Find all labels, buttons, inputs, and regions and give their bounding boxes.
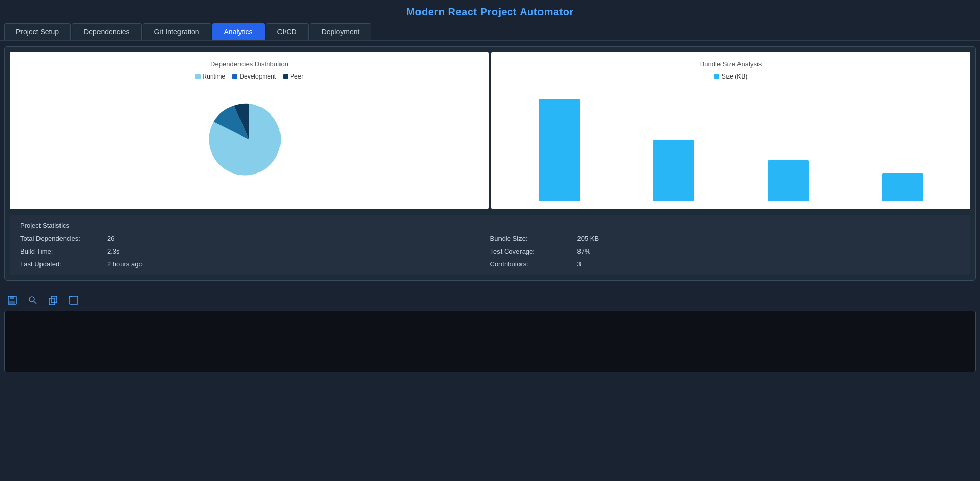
legend-item-development: Development bbox=[232, 73, 276, 80]
pie-chart-container bbox=[18, 88, 481, 191]
bar-chart-area bbox=[499, 88, 962, 201]
charts-row: Dependencies Distribution Runtime Develo… bbox=[10, 52, 970, 209]
bottom-toolbar bbox=[0, 290, 980, 311]
bar-3 bbox=[882, 173, 923, 201]
stat-row-total-deps: Total Dependencies: 26 bbox=[20, 235, 490, 242]
bar-item-2 bbox=[738, 160, 837, 201]
copy-icon[interactable] bbox=[47, 294, 59, 306]
stat-value-contributors: 3 bbox=[577, 260, 581, 268]
bar-item-1 bbox=[624, 140, 723, 201]
svg-point-3 bbox=[29, 297, 34, 302]
save-icon[interactable] bbox=[6, 294, 18, 306]
stats-col-right: Bundle Size: 205 KB Test Coverage: 87% C… bbox=[490, 235, 961, 268]
tab-analytics[interactable]: Analytics bbox=[212, 23, 265, 40]
tab-dependencies[interactable]: Dependencies bbox=[72, 23, 142, 40]
tab-ci-cd[interactable]: CI/CD bbox=[266, 23, 309, 40]
stat-value-total-deps: 26 bbox=[107, 235, 114, 242]
pie-chart-title: Dependencies Distribution bbox=[18, 60, 481, 68]
bar-2 bbox=[768, 160, 809, 201]
legend-item-size: Size (KB) bbox=[714, 73, 748, 80]
bar-0 bbox=[539, 99, 580, 201]
svg-rect-7 bbox=[70, 296, 78, 304]
stats-grid: Total Dependencies: 26 Build Time: 2.3s … bbox=[20, 235, 960, 268]
pie-chart-svg bbox=[208, 99, 290, 181]
stat-value-build-time: 2.3s bbox=[107, 247, 120, 255]
tab-deployment[interactable]: Deployment bbox=[310, 23, 372, 40]
stat-label-build-time: Build Time: bbox=[20, 247, 107, 255]
search-icon[interactable] bbox=[27, 294, 39, 306]
svg-rect-2 bbox=[9, 301, 15, 304]
bar-1 bbox=[653, 140, 694, 201]
stats-panel: Project Statistics Total Dependencies: 2… bbox=[10, 215, 970, 275]
svg-line-4 bbox=[34, 301, 36, 304]
terminal-area[interactable] bbox=[4, 311, 976, 372]
stat-label-total-deps: Total Dependencies: bbox=[20, 235, 107, 242]
legend-label-peer: Peer bbox=[290, 73, 303, 80]
stat-value-last-updated: 2 hours ago bbox=[107, 260, 143, 268]
legend-label-runtime: Runtime bbox=[203, 73, 226, 80]
stat-row-last-updated: Last Updated: 2 hours ago bbox=[20, 260, 490, 268]
stat-row-test-coverage: Test Coverage: 87% bbox=[490, 247, 961, 255]
stat-row-build-time: Build Time: 2.3s bbox=[20, 247, 490, 255]
legend-item-runtime: Runtime bbox=[195, 73, 226, 80]
svg-rect-6 bbox=[49, 298, 55, 305]
analytics-container: Dependencies Distribution Runtime Develo… bbox=[4, 46, 976, 281]
legend-dot-runtime bbox=[195, 74, 201, 79]
stat-label-bundle-size: Bundle Size: bbox=[490, 235, 577, 242]
legend-item-peer: Peer bbox=[283, 73, 303, 80]
bar-item-3 bbox=[853, 173, 952, 201]
legend-dot-development bbox=[232, 74, 237, 79]
tab-project-setup[interactable]: Project Setup bbox=[4, 23, 71, 40]
pie-chart-legend: Runtime Development Peer bbox=[18, 73, 481, 80]
svg-rect-5 bbox=[51, 296, 57, 303]
tabs-bar: Project Setup Dependencies Git Integrati… bbox=[0, 23, 980, 41]
expand-icon[interactable] bbox=[68, 294, 80, 306]
stat-label-test-coverage: Test Coverage: bbox=[490, 247, 577, 255]
bar-chart-title: Bundle Size Analysis bbox=[499, 60, 962, 68]
svg-rect-1 bbox=[10, 296, 14, 299]
stat-label-contributors: Contributors: bbox=[490, 260, 577, 268]
main-content: Dependencies Distribution Runtime Develo… bbox=[0, 41, 980, 286]
stat-row-bundle-size: Bundle Size: 205 KB bbox=[490, 235, 961, 242]
stat-value-test-coverage: 87% bbox=[577, 247, 591, 255]
legend-label-development: Development bbox=[239, 73, 276, 80]
bar-chart-panel: Bundle Size Analysis Size (KB) bbox=[491, 52, 970, 209]
tab-git-integration[interactable]: Git Integration bbox=[143, 23, 211, 40]
legend-dot-peer bbox=[283, 74, 288, 79]
pie-chart-panel: Dependencies Distribution Runtime Develo… bbox=[10, 52, 489, 209]
bar-item-0 bbox=[510, 99, 609, 201]
stats-col-left: Total Dependencies: 26 Build Time: 2.3s … bbox=[20, 235, 490, 268]
stat-row-contributors: Contributors: 3 bbox=[490, 260, 961, 268]
stat-value-bundle-size: 205 KB bbox=[577, 235, 599, 242]
stat-label-last-updated: Last Updated: bbox=[20, 260, 107, 268]
app-title: Modern React Project Automator bbox=[0, 0, 980, 23]
bar-chart-legend: Size (KB) bbox=[499, 73, 962, 80]
legend-dot-size bbox=[714, 74, 719, 79]
stats-title: Project Statistics bbox=[20, 222, 960, 229]
legend-label-size: Size (KB) bbox=[722, 73, 748, 80]
